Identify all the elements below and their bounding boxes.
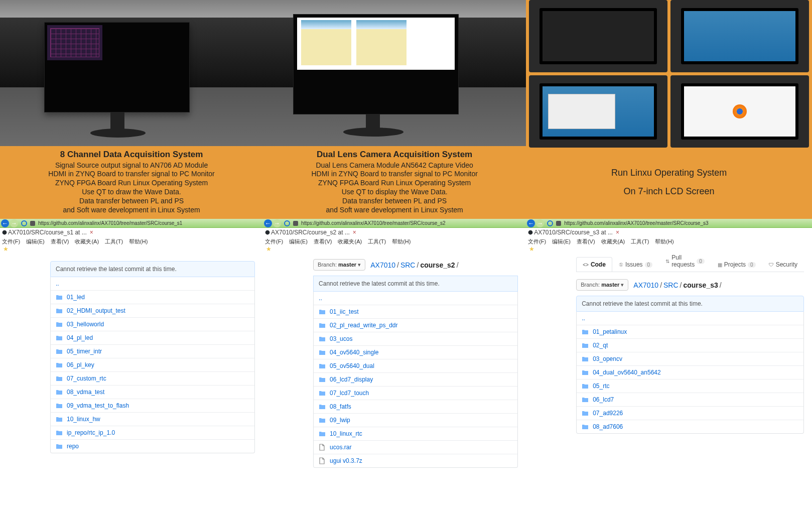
file-name: 03_opencv: [593, 355, 622, 362]
back-button[interactable]: ←: [527, 219, 535, 227]
file-row[interactable]: ugui v0.3.7z: [314, 454, 517, 467]
forward-button[interactable]: →: [536, 219, 544, 227]
file-row[interactable]: 08_fatfs: [314, 400, 517, 413]
file-name: repo: [67, 443, 79, 450]
file-row[interactable]: 08_ad7606: [577, 420, 803, 433]
favorite-star-icon[interactable]: ★: [529, 245, 534, 252]
file-row[interactable]: ucos.rar: [314, 440, 517, 454]
browser-tab[interactable]: AX7010/SRC/course_s3 at ...×: [526, 228, 812, 237]
menu-item[interactable]: 帮助(H): [655, 238, 673, 244]
file-row[interactable]: 02_qt: [577, 338, 803, 352]
menu-item[interactable]: 收藏夹(A): [338, 238, 362, 244]
reload-button[interactable]: [547, 220, 553, 226]
address-bar[interactable]: https://github.com/alinxalinx/AX7010/tre…: [562, 220, 708, 226]
menu-item[interactable]: 查看(V): [314, 238, 332, 244]
menu-item[interactable]: 文件(F): [265, 238, 283, 244]
file-name: 01_led: [67, 294, 85, 301]
file-row[interactable]: 01_led: [51, 290, 254, 304]
svg-point-2: [528, 230, 533, 235]
menu-item[interactable]: 查看(V): [51, 238, 69, 244]
file-row[interactable]: 03_ucos: [314, 332, 517, 345]
commit-banner: Cannot retrieve the latest commit at thi…: [576, 296, 804, 312]
menu-item[interactable]: 收藏夹(A): [601, 238, 625, 244]
menu-item[interactable]: 收藏夹(A): [75, 238, 99, 244]
repo-tab-security[interactable]: 🛡Security: [762, 257, 804, 272]
file-name: ..: [582, 315, 585, 322]
file-row[interactable]: 09_lwip: [314, 413, 517, 427]
hero-caption: 8 Channel Data Acquisition SystemSignal …: [0, 146, 263, 219]
repo-tab-issues[interactable]: ①Issues0: [612, 257, 659, 272]
file-row[interactable]: repo: [51, 439, 254, 453]
file-row[interactable]: 10_linux_hw: [51, 412, 254, 426]
menu-item[interactable]: 编辑(E): [552, 238, 571, 244]
file-name: 07_lcd7_touch: [330, 390, 369, 397]
menu-item[interactable]: 帮助(H): [129, 238, 148, 244]
crumb-root[interactable]: AX7010: [633, 281, 658, 289]
file-row[interactable]: 07_ad9226: [577, 406, 803, 420]
close-tab-icon[interactable]: ×: [616, 229, 619, 236]
address-bar[interactable]: https://github.com/alinxalinx/AX7010/tre…: [36, 220, 182, 226]
repo-tab-code[interactable]: <>Code: [576, 257, 612, 272]
file-row[interactable]: 03_opencv: [577, 352, 803, 365]
favorite-star-icon[interactable]: ★: [3, 245, 9, 252]
file-row[interactable]: ..: [314, 292, 517, 305]
crumb-root[interactable]: AX7010: [370, 261, 395, 269]
file-row[interactable]: 04_dual_ov5640_an5642: [577, 365, 803, 379]
forward-button[interactable]: →: [273, 219, 281, 227]
reload-button[interactable]: [284, 220, 290, 226]
file-row[interactable]: 01_iic_test: [314, 305, 517, 318]
file-row[interactable]: 08_vdma_test: [51, 385, 254, 399]
file-row[interactable]: 04_ov5640_single: [314, 345, 517, 359]
file-row[interactable]: 09_vdma_test_to_flash: [51, 399, 254, 412]
breadcrumb: AX7010/SRC/course_s3/: [633, 281, 723, 289]
file-row[interactable]: 05_ov5640_dual: [314, 359, 517, 372]
file-row[interactable]: ..: [577, 312, 803, 325]
file-row[interactable]: ..: [51, 277, 254, 290]
file-row[interactable]: 02_HDMI_output_test: [51, 304, 254, 317]
menu-item[interactable]: 帮助(H): [392, 238, 411, 244]
favorite-star-icon[interactable]: ★: [266, 245, 272, 252]
menu-item[interactable]: 文件(F): [528, 238, 546, 244]
close-tab-icon[interactable]: ×: [90, 229, 93, 236]
lock-icon: [556, 221, 561, 226]
branch-select[interactable]: Branch: master ▾: [313, 259, 365, 271]
file-row[interactable]: 02_pl_read_write_ps_ddr: [314, 318, 517, 332]
file-row[interactable]: 03_helloworld: [51, 317, 254, 331]
back-button[interactable]: ←: [1, 219, 9, 227]
crumb-mid[interactable]: SRC: [400, 261, 416, 269]
file-row[interactable]: 01_petalinux: [577, 325, 803, 338]
hero-caption-line: HDMI in ZYNQ Board to transfer signal to…: [265, 170, 524, 179]
reload-button[interactable]: [21, 220, 27, 226]
browser-tab[interactable]: AX7010/SRC/course_s2 at ...×: [263, 228, 526, 237]
close-tab-icon[interactable]: ×: [353, 229, 356, 236]
menu-item[interactable]: 编辑(E): [289, 238, 308, 244]
address-bar[interactable]: https://github.com/alinxalinx/AX7010/tre…: [299, 220, 445, 226]
browser-tab[interactable]: AX7010/SRC/course_s1 at ...×: [0, 228, 263, 237]
file-row[interactable]: 05_rtc: [577, 379, 803, 393]
file-row[interactable]: 07_custom_rtc: [51, 371, 254, 385]
menu-item[interactable]: 工具(T): [368, 238, 386, 244]
file-row[interactable]: 06_lcd7_display: [314, 372, 517, 386]
repo-tab-projects[interactable]: ▦Projects0: [711, 257, 762, 272]
menu-item[interactable]: 文件(F): [2, 238, 20, 244]
file-row[interactable]: 06_pl_key: [51, 358, 254, 371]
forward-button[interactable]: →: [10, 219, 18, 227]
branch-select[interactable]: Branch: master ▾: [576, 279, 628, 291]
back-button[interactable]: ←: [264, 219, 272, 227]
file-row[interactable]: 06_lcd7: [577, 393, 803, 406]
file-row[interactable]: 04_pl_led: [51, 331, 254, 344]
svg-point-0: [3, 230, 7, 235]
crumb-mid[interactable]: SRC: [663, 281, 679, 289]
file-name: 08_ad7606: [593, 423, 623, 430]
menu-item[interactable]: 查看(V): [577, 238, 595, 244]
file-row[interactable]: 10_linux_rtc: [314, 427, 517, 440]
menu-item[interactable]: 编辑(E): [26, 238, 45, 244]
file-row[interactable]: 05_timer_intr: [51, 344, 254, 358]
lock-icon: [30, 221, 35, 226]
file-row[interactable]: 07_lcd7_touch: [314, 386, 517, 400]
file-name: ugui v0.3.7z: [330, 457, 362, 464]
menu-item[interactable]: 工具(T): [105, 238, 123, 244]
file-row[interactable]: ip_repo/rtc_ip_1.0: [51, 426, 254, 439]
menu-item[interactable]: 工具(T): [631, 238, 649, 244]
repo-tab-pull-requests[interactable]: ⇅Pull requests0: [659, 252, 711, 272]
